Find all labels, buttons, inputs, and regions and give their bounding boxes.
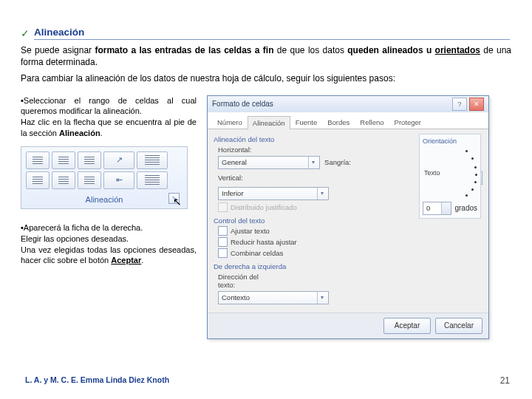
orientation-button[interactable]: ↗ [103,151,134,169]
align-right-button[interactable] [78,171,101,189]
step-2: •Aparecerá la ficha de la derecha. Elegi… [21,222,197,266]
dialog-title: Formato de celdas [212,100,273,108]
tab-alineacion[interactable]: Alineación [248,116,290,129]
horizontal-combo[interactable]: General [218,156,320,169]
tab-relleno[interactable]: Relleno [355,115,389,129]
merge-cells-check[interactable]: Combinar celdas [218,248,482,258]
format-cells-dialog: Formato de celdas ? ✕ Número Alineación … [207,95,489,339]
tab-proteger[interactable]: Proteger [389,115,426,129]
align-middle-button[interactable] [52,151,75,169]
footer-page-number: 21 [500,375,510,386]
dialog-footer: Aceptar Cancelar [208,313,488,338]
align-center-button[interactable] [52,171,75,189]
help-button[interactable]: ? [452,98,467,111]
intro-paragraph-2: Para cambiar la alineación de los datos … [21,72,511,84]
tab-bordes[interactable]: Bordes [322,115,355,129]
intro-paragraph-1: Se puede asignar formato a las entradas … [21,44,511,68]
cursor-icon: ↖ [173,196,182,208]
section-title: Alineación [34,27,510,40]
label-vertical: Vertical: [218,174,256,182]
label-text-dir: Dirección del texto: [218,273,277,289]
two-column-area: •Seleccionar el rango de celdas al cual … [21,95,511,339]
align-left-button[interactable] [26,171,50,189]
check-icon: ✓ [21,27,30,39]
footer-author: L. A. y M. C. E. Emma Linda Diez Knoth [25,375,169,384]
step-1: •Seleccionar el rango de celdas al cual … [21,95,197,139]
cancel-button[interactable]: Cancelar [435,318,482,334]
orientation-header: Orientación [423,137,477,145]
wrap-text-button[interactable] [137,151,168,169]
label-sangria: Sangría: [324,158,351,166]
document-page: ✓ Alineación Se puede asignar formato a … [0,0,532,399]
left-column: •Seleccionar el rango de celdas al cual … [21,95,197,274]
orientation-arc[interactable]: Texto [423,147,477,199]
label-horizontal: Horizontal: [218,146,256,154]
group-rtl: De derecha a izquierda [214,262,482,270]
shrink-fit-check[interactable]: Reducir hasta ajustar [218,237,482,247]
merge-cells-button[interactable] [137,171,168,189]
orientation-box: Orientación Texto 0 grados [419,134,481,219]
dialog-body: Alineación del texto Horizontal: General… [208,129,488,313]
degrees-label: grados [454,204,477,212]
vertical-combo[interactable]: Inferior [218,187,329,200]
dialog-titlebar: Formato de celdas ? ✕ [208,96,488,112]
accept-button[interactable]: Aceptar [383,318,431,334]
heading-row: ✓ Alineación [21,27,511,40]
dialog-launcher-icon[interactable]: ↘ ↖ [168,193,180,204]
ribbon-group-label-text: Alineación [86,195,123,204]
close-icon[interactable]: ✕ [469,98,484,111]
tab-numero[interactable]: Número [212,115,248,129]
dialog-tabs: Número Alineación Fuente Bordes Relleno … [208,112,488,129]
wrap-text-check[interactable]: Ajustar texto [218,226,482,236]
align-bottom-button[interactable] [78,151,101,169]
text-direction-combo[interactable]: Contexto [218,291,329,304]
decrease-indent-button[interactable]: ⇤ [103,171,134,189]
degrees-spin[interactable]: 0 [423,202,451,215]
align-top-left-button[interactable] [26,151,50,169]
tab-fuente[interactable]: Fuente [290,115,323,129]
ribbon-group-label: Alineación ↘ ↖ [26,191,183,208]
ribbon-alignment-group: ↗ ⇤ Alineación ↘ ↖ [21,146,188,209]
